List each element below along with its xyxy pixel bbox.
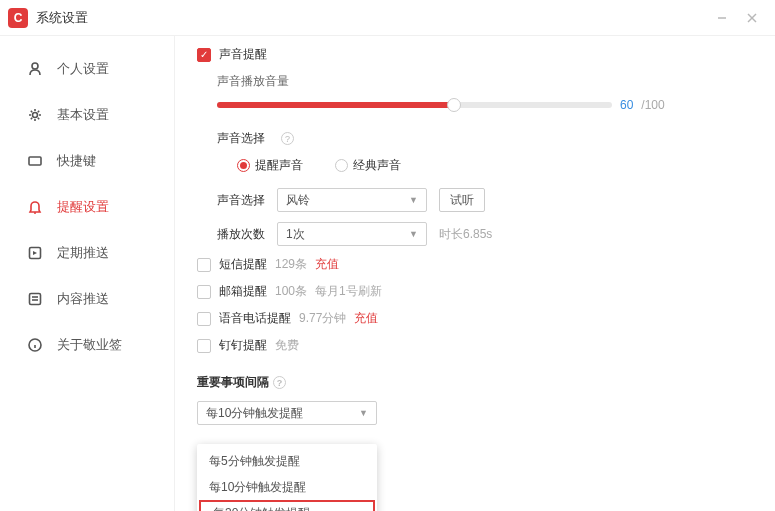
mail-quota: 100条 [275,283,307,300]
voice-checkbox[interactable] [197,312,211,326]
try-button[interactable]: 试听 [439,188,485,212]
radio-classic-sound[interactable] [335,159,348,172]
mail-label: 邮箱提醒 [219,283,267,300]
voice-label: 语音电话提醒 [219,310,291,327]
sidebar-label: 关于敬业签 [57,336,122,354]
sound-select-label: 声音选择 [217,192,265,209]
sms-recharge-link[interactable]: 充值 [315,256,339,273]
person-icon [26,61,43,78]
duration-label: 时长6.85s [439,226,492,243]
sound-enable-label: 声音提醒 [219,46,267,63]
count-label: 播放次数 [217,226,265,243]
content-icon [26,291,43,308]
slider-fill [217,102,454,108]
sidebar-label: 个人设置 [57,60,109,78]
sidebar-label: 基本设置 [57,106,109,124]
volume-slider[interactable] [217,102,612,108]
interval-select-value: 每10分钟触发提醒 [206,405,303,422]
mail-note: 每月1号刷新 [315,283,382,300]
svg-rect-11 [29,294,40,305]
mail-checkbox[interactable] [197,285,211,299]
sidebar-item-content[interactable]: 内容推送 [0,276,174,322]
sound-select[interactable]: 风铃 ▼ [277,188,427,212]
sound-enable-checkbox[interactable] [197,48,211,62]
voice-quota: 9.77分钟 [299,310,346,327]
sidebar-label: 定期推送 [57,244,109,262]
chevron-down-icon: ▼ [409,195,418,205]
slider-thumb[interactable] [447,98,461,112]
sidebar-item-about[interactable]: 关于敬业签 [0,322,174,368]
interval-option-5min[interactable]: 每5分钟触发提醒 [197,448,377,474]
interval-title: 重要事项间隔 [197,374,269,391]
sidebar-label: 内容推送 [57,290,109,308]
sidebar-item-hotkey[interactable]: 快捷键 [0,138,174,184]
window-title: 系统设置 [36,9,707,27]
volume-label: 声音播放音量 [217,73,755,90]
sidebar-label: 提醒设置 [57,198,109,216]
interval-dropdown: 每5分钟触发提醒 每10分钟触发提醒 每30分钟触发提醒 [197,444,377,511]
svg-point-3 [32,63,38,69]
sidebar-item-basic[interactable]: 基本设置 [0,92,174,138]
help-icon[interactable]: ? [281,132,294,145]
count-select-value: 1次 [286,226,305,243]
sms-quota: 129条 [275,256,307,273]
svg-rect-5 [29,157,41,165]
interval-select[interactable]: 每10分钟触发提醒 ▼ [197,401,377,425]
sidebar-label: 快捷键 [57,152,96,170]
info-icon [26,337,43,354]
gear-icon [26,107,43,124]
count-select[interactable]: 1次 ▼ [277,222,427,246]
minimize-button[interactable] [707,3,737,33]
radio-alert-sound[interactable] [237,159,250,172]
sms-checkbox[interactable] [197,258,211,272]
sms-label: 短信提醒 [219,256,267,273]
sound-select-value: 风铃 [286,192,310,209]
help-icon[interactable]: ? [273,376,286,389]
chevron-down-icon: ▼ [409,229,418,239]
chevron-down-icon: ▼ [359,408,368,418]
ding-note: 免费 [275,337,299,354]
volume-value: 60 [620,98,633,112]
bell-icon [26,199,43,216]
interval-option-10min[interactable]: 每10分钟触发提醒 [197,474,377,500]
radio-alert-label: 提醒声音 [255,157,303,174]
sidebar-item-reminder[interactable]: 提醒设置 [0,184,174,230]
radio-classic-label: 经典声音 [353,157,401,174]
interval-option-30min[interactable]: 每30分钟触发提醒 [199,500,375,511]
voice-recharge-link[interactable]: 充值 [354,310,378,327]
app-logo: C [8,8,28,28]
svg-point-4 [32,113,37,118]
ding-label: 钉钉提醒 [219,337,267,354]
schedule-icon [26,245,43,262]
volume-max: /100 [641,98,664,112]
sound-choice-label: 声音选择 [217,130,265,147]
sidebar-item-schedule[interactable]: 定期推送 [0,230,174,276]
ding-checkbox[interactable] [197,339,211,353]
keyboard-icon [26,153,43,170]
close-button[interactable] [737,3,767,33]
sidebar-item-personal[interactable]: 个人设置 [0,46,174,92]
